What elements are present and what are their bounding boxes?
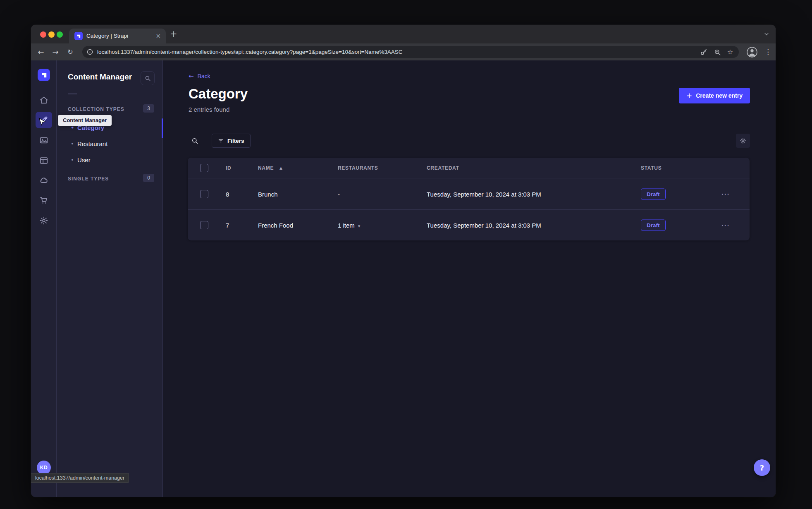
sidebar-search-button[interactable] [141,71,155,85]
strapi-favicon-icon [74,32,83,40]
row-menu-icon[interactable]: ⋯ [721,220,730,230]
sidebar-title: Content Manager [68,72,132,82]
address-bar[interactable]: localhost:1337/admin/content-manager/col… [82,46,739,58]
desktop-background: Category | Strapi × + ← → ↻ localhost:13… [0,0,812,509]
home-icon[interactable] [36,92,52,108]
filters-button[interactable]: Filters [212,134,251,148]
sidebar-item-restaurant[interactable]: • Restaurant [57,137,163,151]
cell-name: Brunch [258,190,278,197]
browser-back-button[interactable]: ← [35,43,47,60]
bullet-icon: • [71,154,74,167]
tab-list-chevron-icon[interactable] [764,32,769,36]
window-zoom-button[interactable] [57,31,63,38]
table-row[interactable]: 7 French Food 1 item▾ Tuesday, September… [188,209,750,240]
browser-forward-button[interactable]: → [50,43,61,60]
row-menu-icon[interactable]: ⋯ [721,189,730,199]
content-manager-icon[interactable] [36,112,52,128]
password-key-icon[interactable] [700,48,707,56]
filter-icon [218,138,224,144]
collection-types-count-badge: 3 [143,104,154,113]
single-types-count-badge: 0 [143,174,154,182]
column-header-status[interactable]: STATUS [641,165,662,171]
back-arrow-icon: ← [189,73,194,79]
cell-createdat: Tuesday, September 10, 2024 at 3:03 PM [427,222,541,229]
browser-reload-button[interactable]: ↻ [64,43,76,60]
expand-caret-icon: ▾ [358,223,361,229]
cloud-icon[interactable] [36,172,52,188]
entries-count: 2 entries found [189,106,229,113]
cell-id: 8 [226,190,229,197]
status-badge: Draft [641,188,666,199]
column-header-id[interactable]: ID [226,165,231,171]
window-close-button[interactable] [40,31,46,38]
view-settings-gear-button[interactable] [736,134,750,148]
browser-tab-strip: Category | Strapi × + [31,25,776,43]
browser-toolbar: ← → ↻ localhost:1337/admin/content-manag… [31,43,776,60]
cell-createdat: Tuesday, September 10, 2024 at 3:03 PM [427,190,541,197]
new-tab-button[interactable]: + [170,25,177,43]
single-types-label: SINGLE TYPES [68,176,109,182]
back-link[interactable]: ← Back [189,73,210,79]
collection-types-label: COLLECTION TYPES [68,106,124,112]
select-all-checkbox[interactable] [200,164,208,172]
content-type-builder-icon[interactable] [36,152,52,169]
column-header-createdat[interactable]: CREATEDAT [427,165,459,171]
zoom-icon[interactable] [714,48,721,56]
link-status-bubble: localhost:1337/admin/content-manager [31,473,129,483]
settings-gear-icon[interactable] [36,212,52,229]
page-title: Category [189,86,248,102]
sidebar-divider [68,94,77,94]
table-search-button[interactable] [188,134,201,147]
back-label: Back [198,73,210,79]
omnibox-actions: ☆ [700,46,733,58]
create-new-entry-button[interactable]: + Create new entry [679,88,750,103]
rail-divider [37,88,51,88]
marketplace-cart-icon[interactable] [36,192,52,209]
column-header-name[interactable]: NAME [258,165,274,171]
site-info-icon[interactable] [86,48,93,55]
tab-title: Category | Strapi [86,29,153,43]
cell-restaurants[interactable]: 1 item▾ [338,222,360,229]
main-content: ← Back Category 2 entries found + Create… [163,60,776,497]
entries-table: ID NAME ▲ RESTAURANTS CREATEDAT STATUS 8… [188,158,750,240]
rail-divider [37,210,51,210]
status-badge: Draft [641,220,666,231]
strapi-admin-app: KD Content Manager COLLECTION TYPES 3 • … [31,60,776,497]
plus-icon: + [686,92,692,99]
help-button[interactable]: ? [754,459,770,476]
bullet-icon: • [71,137,74,151]
cell-name: French Food [258,222,293,229]
bookmark-star-icon[interactable]: ☆ [727,49,733,55]
row-checkbox[interactable] [200,190,208,198]
url-text[interactable]: localhost:1337/admin/content-manager/col… [97,46,685,58]
table-row[interactable]: 8 Brunch - Tuesday, September 10, 2024 a… [188,178,750,209]
strapi-logo [38,69,50,81]
window-minimize-button[interactable] [48,31,55,38]
column-header-restaurants[interactable]: RESTAURANTS [338,165,378,171]
tab-close-icon[interactable]: × [155,29,161,43]
browser-menu-icon[interactable]: ⋮ [764,43,771,60]
browser-profile-icon[interactable] [747,47,757,58]
media-library-icon[interactable] [36,132,52,149]
user-avatar[interactable]: KD [37,461,51,475]
cell-restaurants: - [338,190,340,197]
browser-window: Category | Strapi × + ← → ↻ localhost:13… [31,25,776,497]
browser-tab[interactable]: Category | Strapi × [69,29,166,43]
sort-ascending-icon[interactable]: ▲ [279,166,282,170]
row-checkbox[interactable] [200,221,208,229]
content-manager-sidebar: Content Manager COLLECTION TYPES 3 • Cat… [57,60,163,497]
main-nav-rail: KD [31,60,57,497]
table-header-row: ID NAME ▲ RESTAURANTS CREATEDAT STATUS [188,158,750,178]
nav-tooltip: Content Manager [58,115,112,126]
cell-id: 7 [226,222,229,229]
sidebar-item-user[interactable]: • User [57,154,163,167]
